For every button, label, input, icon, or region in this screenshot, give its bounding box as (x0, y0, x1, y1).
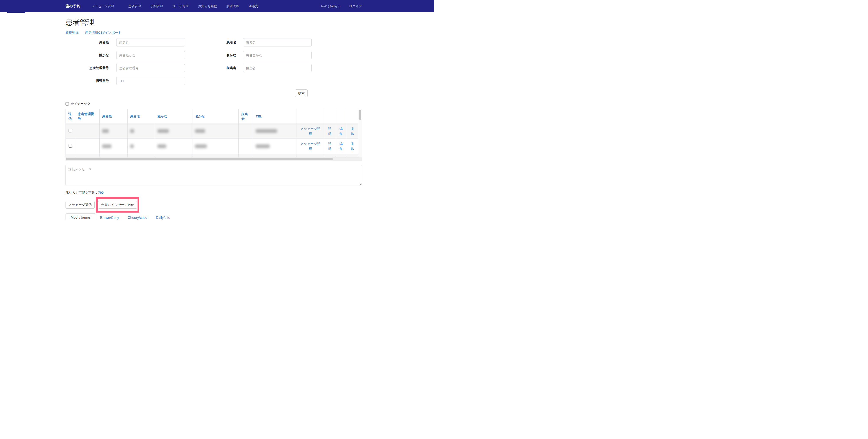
navbar-right: test1@adig.jp ログオフ (321, 4, 362, 8)
highlight-annotation: 全員にメッセージ送信 (96, 197, 139, 212)
col-header-tel: TEL (253, 109, 297, 124)
remaining-chars-label: 残り入力可能文字数： (65, 191, 98, 194)
nav-item-reservation-management[interactable]: 予約管理 (146, 3, 168, 9)
message-detail-link[interactable]: メッセージ詳細 (301, 142, 320, 150)
patient-management-page: 歯の予約 メッセージ管理 患者管理 予約管理 ユーザ管理 お知らせ履歴 請求管理… (0, 0, 434, 220)
scrollbar-thumb[interactable] (66, 158, 333, 160)
send-buttons-row: メッセージ送信 全員にメッセージ送信 (65, 197, 362, 212)
brand-logo[interactable]: 歯の予約 (65, 4, 80, 9)
send-message-textarea[interactable] (65, 165, 362, 185)
main-content: 患者管理 新規登録 患者情報CSVインポート 患者姓 患者名 姓かな 名かな 患… (65, 18, 362, 220)
nav-item-contacts[interactable]: 連絡先 (244, 3, 263, 9)
page-title: 患者管理 (65, 18, 362, 27)
check-all-checkbox[interactable] (65, 102, 69, 106)
last-name-input[interactable] (116, 38, 185, 47)
cell-patient-no (75, 123, 100, 139)
patient-table-container: 送信 患者管理番号 患者姓 患者名 姓かな 名かな 担当者 TEL (65, 109, 362, 161)
cell-tel-redacted (253, 123, 297, 139)
search-button[interactable]: 検索 (295, 89, 308, 97)
patient-row: メッセージ詳細 詳細 編集 削除 (66, 139, 358, 154)
table-header-row: 送信 患者管理番号 患者姓 患者名 姓かな 名かな 担当者 TEL (66, 109, 358, 124)
col-header-message-detail (297, 109, 324, 124)
patient-table: 送信 患者管理番号 患者姓 患者名 姓かな 名かな 担当者 TEL (65, 109, 358, 159)
cell-patient-no (75, 139, 100, 154)
table-vertical-scrollbar[interactable] (358, 109, 362, 157)
logged-in-user-email: test1@adig.jp (321, 5, 340, 8)
mobile-number-input[interactable] (116, 77, 185, 85)
tab-daily-life[interactable]: Daily/Life (152, 214, 175, 220)
col-header-send: 送信 (66, 109, 75, 124)
staff-label: 担当者 (185, 66, 236, 70)
col-header-edit (335, 109, 347, 124)
delete-link[interactable]: 削除 (351, 142, 354, 150)
check-all-row: 全てチェック (65, 102, 362, 106)
col-header-last-kana: 姓かな (155, 109, 192, 124)
csv-import-link[interactable]: 患者情報CSVインポート (85, 31, 121, 34)
edit-link[interactable]: 編集 (339, 142, 343, 150)
col-header-staff: 担当者 (239, 109, 253, 124)
patient-number-input[interactable] (116, 64, 185, 72)
form-row: 患者管理番号 担当者 (65, 64, 362, 72)
col-header-detail (324, 109, 335, 124)
nav-item-billing-management[interactable]: 請求管理 (222, 3, 244, 9)
patient-row: メッセージ詳細 詳細 編集 削除 (66, 123, 358, 139)
cell-last-name-redacted (100, 123, 128, 139)
cell-tel-redacted (253, 139, 297, 154)
logoff-link[interactable]: ログオフ (349, 4, 362, 8)
tab-brown-cony[interactable]: Brown/Cony (96, 214, 123, 220)
check-all-label: 全てチェック (70, 102, 90, 106)
patient-number-label: 患者管理番号 (65, 66, 109, 70)
remaining-chars-count: 700 (98, 191, 103, 194)
tab-moon-james[interactable]: Moon/James (65, 213, 96, 220)
cell-first-name-redacted (127, 123, 155, 139)
last-kana-label: 姓かな (65, 53, 109, 57)
detail-link[interactable]: 詳細 (328, 142, 331, 150)
col-header-patient-no: 患者管理番号 (75, 109, 100, 124)
last-name-label: 患者姓 (65, 40, 109, 45)
message-detail-link[interactable]: メッセージ詳細 (301, 127, 320, 136)
row-select-checkbox[interactable] (68, 129, 72, 133)
first-kana-label: 名かな (185, 53, 236, 57)
tab-cheery-coco[interactable]: Cheery/coco (123, 214, 152, 220)
detail-link[interactable]: 詳細 (328, 127, 331, 136)
col-header-first-kana: 名かな (192, 109, 239, 124)
first-name-label: 患者名 (185, 40, 236, 45)
first-kana-input[interactable] (243, 51, 312, 59)
search-button-row: 検索 (65, 89, 362, 97)
form-row: 患者姓 患者名 (65, 38, 362, 47)
page-action-links: 新規登録 患者情報CSVインポート (65, 31, 362, 35)
nav-item-patient-management[interactable]: 患者管理 (123, 3, 146, 9)
col-header-last-name: 患者姓 (100, 109, 128, 124)
staff-input[interactable] (243, 64, 312, 72)
nav-item-notice-history[interactable]: お知らせ履歴 (193, 3, 222, 9)
delete-link[interactable]: 削除 (351, 127, 354, 136)
navbar-notch-decoration (7, 12, 25, 13)
navbar-inner: 歯の予約 メッセージ管理 患者管理 予約管理 ユーザ管理 お知らせ履歴 請求管理… (65, 3, 362, 9)
cell-staff (239, 139, 253, 154)
new-registration-link[interactable]: 新規登録 (65, 31, 79, 34)
first-name-input[interactable] (243, 38, 312, 47)
nav-item-user-management[interactable]: ユーザ管理 (168, 3, 193, 9)
cell-first-kana-redacted (192, 123, 239, 139)
cell-first-name-redacted (127, 139, 155, 154)
sticker-tabs: Moon/James Brown/Cony Cheery/coco Daily/… (65, 213, 362, 220)
cell-last-name-redacted (100, 139, 128, 154)
send-message-to-all-button[interactable]: 全員にメッセージ送信 (98, 201, 137, 209)
col-header-first-name: 患者名 (127, 109, 155, 124)
navbar-links: メッセージ管理 患者管理 予約管理 ユーザ管理 お知らせ履歴 請求管理 連絡先 (87, 3, 263, 9)
patient-search-form: 患者姓 患者名 姓かな 名かな 患者管理番号 担当者 携帯番号 (65, 38, 362, 97)
send-message-button[interactable]: メッセージ送信 (65, 201, 95, 209)
mobile-number-label: 携帯番号 (65, 79, 109, 83)
last-kana-input[interactable] (116, 51, 185, 59)
form-row: 姓かな 名かな (65, 51, 362, 59)
cell-first-kana-redacted (192, 139, 239, 154)
remaining-chars-row: 残り入力可能文字数：700 (65, 191, 362, 195)
nav-item-message-management[interactable]: メッセージ管理 (87, 3, 119, 9)
cell-staff (239, 123, 253, 139)
row-select-checkbox[interactable] (68, 144, 72, 148)
scrollbar-thumb[interactable] (359, 110, 361, 120)
edit-link[interactable]: 編集 (339, 127, 343, 136)
table-horizontal-scrollbar[interactable] (65, 157, 362, 161)
form-row: 携帯番号 (65, 77, 362, 85)
top-navbar: 歯の予約 メッセージ管理 患者管理 予約管理 ユーザ管理 お知らせ履歴 請求管理… (0, 0, 434, 12)
